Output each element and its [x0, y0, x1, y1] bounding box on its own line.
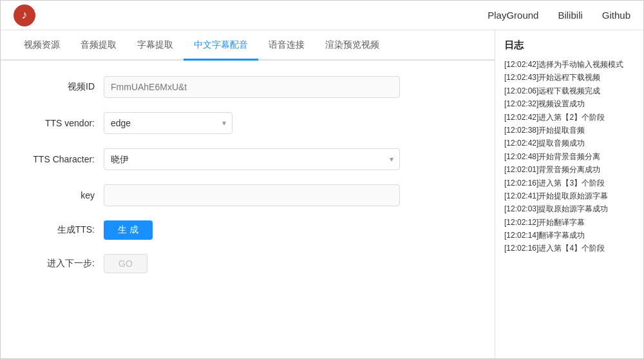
log-entry: [12:02:48]开始背景音频分离 — [504, 150, 634, 163]
log-entry: [12:02:32]视频设置成功 — [504, 97, 634, 110]
log-entry: [12:02:06]远程下载视频完成 — [504, 84, 634, 97]
video-id-label: 视频ID — [26, 81, 104, 93]
tts-vendor-select-wrapper: edge azure google ▾ — [104, 112, 232, 134]
form-area: 视频ID TTS vendor: edge azure google ▾ — [1, 61, 495, 303]
nav-link-playground[interactable]: PlayGround — [488, 10, 538, 21]
log-entry: [12:02:01]背景音频分离成功 — [504, 163, 634, 176]
log-panel: 日志 [12:02:42]选择为手动输入视频模式[12:02:43]开始远程下载… — [495, 30, 643, 359]
log-entry: [12:02:43]开始远程下载视频 — [504, 71, 634, 84]
log-entry: [12:02:16]进入第【3】个阶段 — [504, 177, 634, 189]
nav-link-github[interactable]: Github — [602, 10, 630, 21]
next-step-label: 进入下一步: — [26, 258, 104, 269]
nav-links: PlayGround Bilibili Github — [488, 10, 630, 21]
tts-char-select-wrapper: 晓伊 晓墨 云希 云扬 ▾ — [104, 148, 400, 170]
main-container: 视频资源 音频提取 字幕提取 中文字幕配音 语音连接 渲染预览视频 视频ID T… — [1, 30, 643, 359]
log-entry: [12:02:14]翻译字幕成功 — [504, 229, 634, 242]
tts-char-label: TTS Character: — [26, 154, 104, 164]
generate-tts-control: 生 成 — [104, 220, 400, 240]
log-entry: [12:02:42]进入第【2】个阶段 — [504, 111, 634, 124]
log-entries: [12:02:42]选择为手动输入视频模式[12:02:43]开始远程下载视频[… — [504, 58, 634, 255]
video-id-row: 视频ID — [26, 76, 469, 98]
tts-char-select[interactable]: 晓伊 晓墨 云希 云扬 — [104, 148, 400, 170]
tab-render-preview[interactable]: 渲染预览视频 — [315, 30, 390, 61]
video-id-control — [104, 76, 400, 98]
tab-voice-connect[interactable]: 语音连接 — [258, 30, 315, 61]
log-entry: [12:02:03]提取原始源字幕成功 — [504, 202, 634, 215]
left-panel: 视频资源 音频提取 字幕提取 中文字幕配音 语音连接 渲染预览视频 视频ID T… — [1, 30, 495, 359]
tts-vendor-select[interactable]: edge azure google — [104, 112, 232, 134]
tab-chinese-dub[interactable]: 中文字幕配音 — [184, 30, 258, 61]
key-row: key — [26, 184, 469, 206]
log-entry: [12:02:12]开始翻译字幕 — [504, 216, 634, 229]
app-logo: ♪ — [14, 5, 35, 26]
next-step-row: 进入下一步: GO — [26, 254, 469, 273]
log-entry: [12:02:16]进入第【4】个阶段 — [504, 242, 634, 255]
log-entry: [12:02:42]提取音频成功 — [504, 137, 634, 150]
go-button[interactable]: GO — [104, 254, 147, 273]
tab-video-source[interactable]: 视频资源 — [14, 30, 70, 61]
generate-button[interactable]: 生 成 — [104, 220, 153, 240]
key-control — [104, 184, 400, 206]
tts-vendor-control: edge azure google ▾ — [104, 112, 400, 134]
key-label: key — [26, 190, 104, 200]
tts-char-control: 晓伊 晓墨 云希 云扬 ▾ — [104, 148, 400, 170]
key-input[interactable] — [104, 184, 400, 206]
log-entry: [12:02:38]开始提取音频 — [504, 124, 634, 137]
logo-area: ♪ — [14, 5, 35, 26]
tts-vendor-label: TTS vendor: — [26, 118, 104, 128]
tts-vendor-row: TTS vendor: edge azure google ▾ — [26, 112, 469, 134]
tab-subtitle-extract[interactable]: 字幕提取 — [127, 30, 184, 61]
generate-tts-row: 生成TTS: 生 成 — [26, 220, 469, 240]
tab-bar: 视频资源 音频提取 字幕提取 中文字幕配音 语音连接 渲染预览视频 — [1, 30, 495, 61]
log-title: 日志 — [504, 39, 634, 52]
top-nav: ♪ PlayGround Bilibili Github — [1, 1, 643, 30]
log-entry: [12:02:42]选择为手动输入视频模式 — [504, 58, 634, 71]
log-entry: [12:02:41]开始提取原始源字幕 — [504, 189, 634, 202]
generate-tts-label: 生成TTS: — [26, 224, 104, 236]
next-step-control: GO — [104, 254, 400, 273]
tab-audio-extract[interactable]: 音频提取 — [70, 30, 127, 61]
video-id-input[interactable] — [104, 76, 400, 98]
tts-char-row: TTS Character: 晓伊 晓墨 云希 云扬 ▾ — [26, 148, 469, 170]
nav-link-bilibili[interactable]: Bilibili — [558, 10, 582, 21]
